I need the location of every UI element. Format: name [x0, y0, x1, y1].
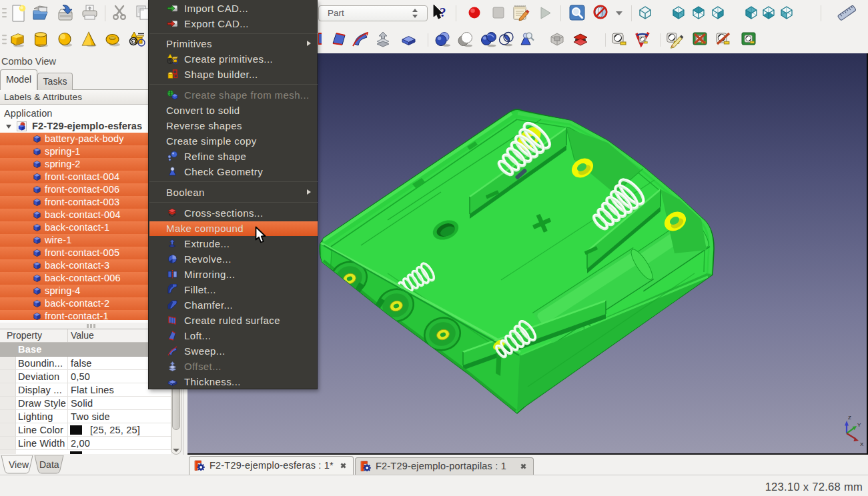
svg-text:Z: Z — [848, 415, 851, 421]
svg-text:View: View — [9, 459, 29, 470]
svg-text:Data: Data — [39, 459, 59, 470]
svg-text:Y: Y — [857, 422, 861, 428]
svg-text:X: X — [860, 441, 864, 447]
svg-text:?: ? — [440, 5, 446, 19]
